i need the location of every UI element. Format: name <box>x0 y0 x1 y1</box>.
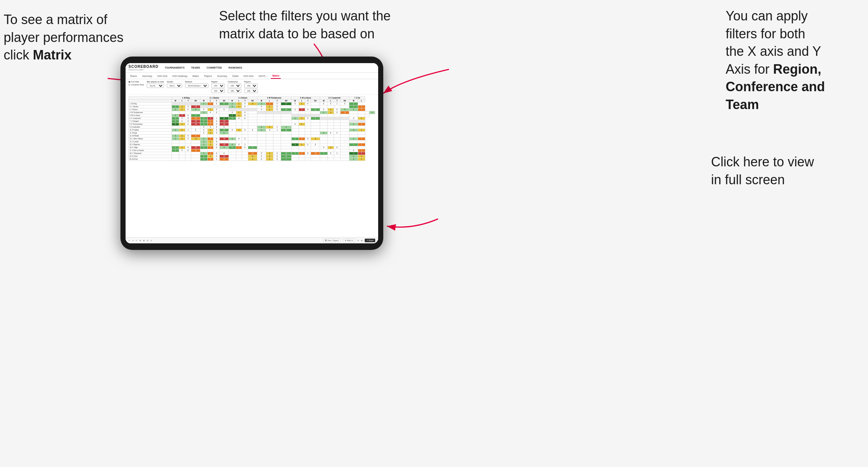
conference-select-1[interactable]: (All) <box>228 84 241 88</box>
col-header-7: 7. G Sa <box>349 97 365 100</box>
player-name-cell: 1. W Ding <box>129 103 172 105</box>
fit-btn[interactable]: ⊞ <box>143 239 145 242</box>
tab-detail[interactable]: Detail <box>231 74 240 78</box>
matrix-cell: 0 <box>327 152 334 155</box>
division-select[interactable]: NCAA Division I <box>185 84 208 88</box>
matrix-cell: 2 <box>200 146 207 149</box>
matrix-cell: 1 <box>334 152 340 155</box>
matrix-cell: 24 <box>220 117 229 120</box>
player-name-cell: 17. S De La Fuente <box>129 149 172 152</box>
region-select-1[interactable]: N/A <box>211 84 225 88</box>
wld-t-5: T <box>305 100 311 103</box>
matrix-cell <box>214 149 220 152</box>
matrix-cell: 0 <box>248 129 257 132</box>
filter-bar: Full View Compact View Max players in vi… <box>126 79 378 95</box>
matrix-cell: 4 <box>349 152 358 155</box>
matrix-cell: 1 <box>266 126 273 129</box>
matrix-cell <box>340 158 349 161</box>
tab-h2h-heatmap[interactable]: H2H Heatmap <box>171 74 189 78</box>
matrix-cell: 0 <box>214 108 220 111</box>
matrix-cell: 0 <box>185 138 191 140</box>
matrix-cell: 0 <box>200 132 207 135</box>
matrix-cell: 0 <box>327 132 334 135</box>
tab-h2h-grid[interactable]: H2H Grid <box>156 74 169 78</box>
matrix-cell <box>311 158 320 161</box>
matrix-cell <box>266 138 273 140</box>
undo-btn[interactable]: ↩ <box>128 239 130 242</box>
view-original-btn[interactable]: 🖼 View: Original <box>323 239 340 242</box>
tab-matrix[interactable]: Matrix <box>191 74 200 78</box>
wld-l-2: L <box>207 100 214 103</box>
matrix-cell: 2 <box>358 123 365 126</box>
matrix-cell: 13 <box>281 152 291 155</box>
matrix-cell <box>281 117 291 120</box>
nav-teams[interactable]: TEAMS <box>190 66 201 70</box>
matrix-cell: 0 <box>207 126 214 129</box>
matrix-cell: 0 <box>305 152 311 155</box>
matrix-cell: 1 <box>200 143 207 146</box>
tab-matrix-active[interactable]: Matrix <box>271 73 281 79</box>
matrix-cell: 3 <box>172 117 179 120</box>
tab-summary2[interactable]: Summary <box>216 74 229 78</box>
matrix-cell <box>281 114 291 117</box>
matrix-cell: 1 <box>228 138 236 140</box>
wld-d-3: Dif <box>248 100 257 103</box>
toolbar-icon-2[interactable]: ⊞ <box>361 239 362 242</box>
grid-btn[interactable]: ⊡ <box>147 239 148 242</box>
matrix-col-header-row: 1. W Ding 2. L Clanton 3. J Koivun 4. M … <box>129 97 375 100</box>
players-select-1[interactable]: (All) <box>244 84 258 88</box>
compact-view-radio[interactable]: Compact View <box>128 84 144 86</box>
redo-btn[interactable]: ↪ <box>132 239 134 242</box>
matrix-cell <box>248 140 257 143</box>
matrix-cell <box>228 123 236 126</box>
matrix-cell: 0 <box>242 114 248 117</box>
nav-tournaments[interactable]: TOURNAMENTS <box>164 66 185 70</box>
max-players-select[interactable]: Top 25 <box>147 84 164 88</box>
watch-btn[interactable]: 👁 Watch ▾ <box>343 239 356 242</box>
matrix-cell <box>220 105 229 108</box>
tab-summary[interactable]: Summary <box>141 74 154 78</box>
matrix-cell <box>281 140 291 143</box>
conference-select-2[interactable]: (All) <box>228 89 241 93</box>
tab-h2h-grid2[interactable]: H2H Grid <box>242 74 255 78</box>
col-header-2: 2. L Clanton <box>200 97 228 100</box>
players-select-2[interactable]: (All) <box>244 89 258 93</box>
share-btn[interactable]: ↗ Share <box>365 239 375 242</box>
matrix-row: 2. L Clanton210-1611001022 <box>129 105 375 108</box>
matrix-cell <box>327 120 334 123</box>
anno-topright-l4: Axis for <box>726 62 773 77</box>
back-btn[interactable]: ↩ <box>136 239 137 242</box>
refresh-btn[interactable]: ↺ <box>150 239 152 242</box>
matrix-cell: -25 <box>191 146 200 149</box>
toolbar-icon-1[interactable]: ⊡ <box>357 239 359 242</box>
matrix-cell <box>299 105 305 108</box>
player-name-cell: 18. C Sherwood <box>129 152 172 155</box>
matrix-cell: 1 <box>369 111 375 114</box>
matrix-cell <box>257 135 266 138</box>
matrix-cell <box>334 138 340 140</box>
zoom-btn[interactable]: ⊕ <box>139 239 141 242</box>
matrix-cell <box>334 114 340 117</box>
tab-h2htr[interactable]: H2HTr... <box>257 74 269 78</box>
matrix-cell: -19 <box>220 143 229 146</box>
matrix-cell: -10 <box>311 152 320 155</box>
region-select-2[interactable]: N/A <box>211 89 225 93</box>
matrix-cell: 1 <box>266 105 273 108</box>
full-view-radio[interactable]: Full View <box>128 81 144 83</box>
tab-teams[interactable]: Teams <box>128 74 138 78</box>
matrix-cell: 1 <box>349 108 358 111</box>
nav-committee[interactable]: COMMITTEE <box>206 66 223 70</box>
matrix-cell <box>236 135 242 138</box>
matrix-cell <box>358 126 365 129</box>
matrix-cell <box>305 146 311 149</box>
matrix-cell <box>200 135 207 138</box>
matrix-cell <box>248 149 257 152</box>
matrix-cell <box>292 111 299 114</box>
player-name-cell: 16. K Vilips <box>129 146 172 149</box>
matrix-cell <box>320 158 327 161</box>
matrix-cell: 1 <box>242 143 248 146</box>
tab-players[interactable]: Players <box>203 74 214 78</box>
gender-select[interactable]: Men's <box>167 84 182 88</box>
nav-rankings[interactable]: RANKINGS <box>227 66 243 70</box>
logo-sub: Powered by clippd <box>128 69 158 71</box>
